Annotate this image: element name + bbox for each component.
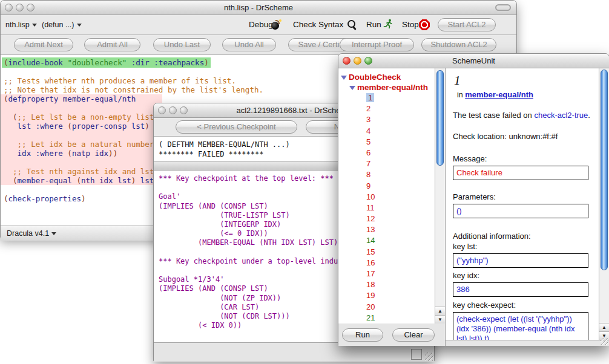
test-case-17[interactable]: 17 <box>338 268 445 279</box>
code-line: (member-equal (nth idx lst) lst)) <box>1 176 162 185</box>
scroll-up-arrow[interactable]: ▲ <box>435 307 445 315</box>
schemeunit-window: SchemeUnit DoubleCheck member-equal/nth … <box>338 53 609 346</box>
test-case-10[interactable]: 10 <box>338 192 445 203</box>
defun-dropdown[interactable]: (defun ...) <box>42 21 82 29</box>
test-case-3[interactable]: 3 <box>338 114 445 125</box>
disclosure-triangle-icon[interactable] <box>349 86 355 90</box>
desktop: nth.lisp - DrScheme nth.lisp (defun ...)… <box>0 0 609 364</box>
test-case-1[interactable]: 1 <box>338 93 445 103</box>
shutdown-acl2-button[interactable]: Shutdown ACL2 <box>421 38 496 51</box>
admit-next-button[interactable]: Admit Next <box>14 38 73 51</box>
key-check-expect-value-box: (check-expect (let ((lst '("yyhhp")) (id… <box>453 312 588 340</box>
check-syntax-button-label[interactable]: Check Syntax <box>293 20 343 29</box>
scroll-down-arrow[interactable]: ▼ <box>435 315 445 323</box>
interrupt-proof-button[interactable]: Interrupt Proof <box>340 38 414 51</box>
resize-grip[interactable] <box>601 338 608 345</box>
chevron-down-icon <box>77 24 82 27</box>
tree-scrollbar[interactable]: ▲ ▼ <box>435 68 445 323</box>
runner-icon[interactable] <box>383 19 393 32</box>
schemeunit-titlebar[interactable]: SchemeUnit <box>338 54 609 68</box>
code-line: ;; Test nth against idx and lst. <box>1 167 162 176</box>
code-line: (;; Let lst be a non-empty list. <box>1 112 162 122</box>
test-case-16[interactable]: 16 <box>338 258 445 268</box>
additional-info-label: Additional information: <box>453 232 593 241</box>
start-acl2-button[interactable]: Start ACL2 <box>438 18 496 31</box>
undo-last-button[interactable]: Undo Last <box>153 38 211 51</box>
check-location: Check location: unknown:#f:#f <box>453 132 593 141</box>
window-title: nth.lisp - DrScheme <box>1 3 516 12</box>
proof-toolbar: Admit Next Admit All Undo Last Undo All … <box>1 35 516 55</box>
test-case-14[interactable]: 14 <box>338 235 445 246</box>
test-tree-column: DoubleCheck member-equal/nth 12345678910… <box>338 68 446 346</box>
test-case-list: 123456789101112131415161718192021 <box>338 93 445 323</box>
debug-button-label[interactable]: Debug <box>249 20 273 29</box>
test-case-6[interactable]: 6 <box>338 148 445 158</box>
code-line <box>1 158 162 167</box>
test-case-12[interactable]: 12 <box>338 213 445 224</box>
scrollbar-thumb[interactable] <box>601 70 608 270</box>
code-line: (defproperty member-equal/nth <box>1 94 162 103</box>
suite-link[interactable]: member-equal/nth <box>465 90 533 99</box>
admit-all-button[interactable]: Admit All <box>84 38 140 51</box>
key-idx-value-box: 386 <box>453 282 588 297</box>
test-case-20[interactable]: 20 <box>338 302 445 313</box>
test-case-8[interactable]: 8 <box>338 169 445 180</box>
clear-button[interactable]: Clear <box>392 328 435 342</box>
parameters-label: Parameters: <box>453 192 593 202</box>
previous-checkpoint-button[interactable]: < Previous Checkpoint <box>176 120 297 134</box>
test-case-5[interactable]: 5 <box>338 137 445 148</box>
detail-scrollbar[interactable]: ▲ ▼ <box>599 68 609 340</box>
stop-button-label[interactable]: Stop <box>402 20 419 29</box>
test-case-15[interactable]: 15 <box>338 247 445 258</box>
scroll-up-arrow[interactable]: ▲ <box>599 323 609 331</box>
code-line <box>1 131 162 140</box>
failure-text: The test case failed on check-acl2-true. <box>453 110 593 120</box>
test-case-21[interactable]: 21 <box>338 313 445 323</box>
test-case-9[interactable]: 9 <box>338 181 445 192</box>
message-value-box: Check failure <box>453 166 588 180</box>
test-case-19[interactable]: 19 <box>338 290 445 301</box>
key-idx-label: key idx: <box>453 271 593 281</box>
tree-node-doublecheck[interactable]: DoubleCheck <box>338 72 445 82</box>
test-tree[interactable]: DoubleCheck member-equal/nth 12345678910… <box>338 68 445 323</box>
code-line: ;; Let idx be a natural number. <box>1 140 162 149</box>
schemeunit-bottom-bar <box>446 340 609 346</box>
search-icon[interactable] <box>347 19 357 30</box>
test-case-7[interactable]: 7 <box>338 158 445 169</box>
test-detail-column: 1 in member-equal/nth The test case fail… <box>446 68 609 346</box>
run-button[interactable]: Run <box>342 328 383 342</box>
undo-all-button[interactable]: Undo All <box>222 38 276 51</box>
check-name: check-acl2-true <box>534 111 588 120</box>
tree-node-suite[interactable]: member-equal/nth <box>338 82 445 93</box>
test-case-4[interactable]: 4 <box>338 126 445 137</box>
scrollbar-thumb[interactable] <box>436 70 444 166</box>
test-case-18[interactable]: 18 <box>338 279 445 290</box>
bomb-icon[interactable] <box>271 19 281 30</box>
chevron-down-icon <box>32 24 37 27</box>
test-case-13[interactable]: 13 <box>338 224 445 235</box>
drscheme-toolbar: nth.lisp (defun ...) Debug Check Syntax … <box>1 15 516 35</box>
toolbar-toggle-lozenge[interactable] <box>495 4 511 11</box>
disclosure-triangle-icon[interactable] <box>341 76 347 80</box>
key-check-expect-label: key check-expect: <box>453 301 593 310</box>
test-case-2[interactable]: 2 <box>338 103 445 114</box>
run-button-label[interactable]: Run <box>366 20 381 29</box>
stop-icon[interactable] <box>419 19 430 30</box>
key-lst-label: key lst: <box>453 242 593 252</box>
code-line <box>1 103 162 112</box>
code-line: lst :where (proper-consp lst) <box>1 122 162 131</box>
test-case-11[interactable]: 11 <box>338 203 445 213</box>
message-label: Message: <box>453 154 593 164</box>
file-dropdown[interactable]: nth.lisp <box>5 21 37 29</box>
scroll-corner-box <box>411 349 422 360</box>
code-line: idx :where (natp idx)) <box>1 149 162 158</box>
tree-bottom-bar: Run Clear <box>338 323 445 346</box>
resize-grip[interactable] <box>425 353 433 361</box>
drscheme-titlebar[interactable]: nth.lisp - DrScheme <box>1 1 516 15</box>
parameters-value-box: () <box>453 204 588 218</box>
test-detail-pane[interactable]: 1 in member-equal/nth The test case fail… <box>446 68 609 340</box>
window-title: SchemeUnit <box>338 56 609 65</box>
language-dropdown[interactable]: Dracula v4.1 <box>7 229 56 238</box>
case-number: 1 <box>454 73 593 88</box>
chevron-down-icon <box>51 232 56 235</box>
